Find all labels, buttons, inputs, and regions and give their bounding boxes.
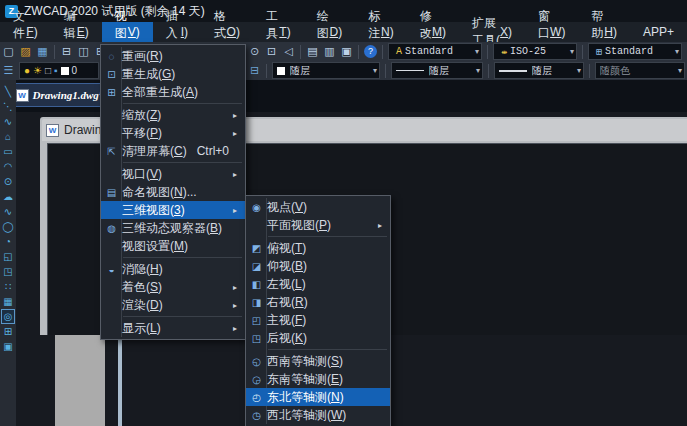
view-menu-item-viewports[interactable]: 视口(V)▸ xyxy=(101,165,245,183)
properties-panel-icon[interactable]: ▤ xyxy=(304,43,321,60)
3d-views-submenu-item-bottom-view[interactable]: ◪仰视(B) xyxy=(246,257,390,275)
menu-item-shortcut: Ctrl+0 xyxy=(197,144,229,158)
viewpoint-icon: ◉ xyxy=(246,202,267,213)
print-icon[interactable]: ⊟ xyxy=(58,43,75,60)
menu-item-label: 仰视(B) xyxy=(267,258,378,275)
view-menu-item-3d-views[interactable]: 三维视图(3)▸ xyxy=(101,201,245,219)
view-menu-item-redraw[interactable]: ◌重画(R) xyxy=(101,47,245,65)
view-menu-item-shade[interactable]: 着色(S)▸ xyxy=(101,278,245,296)
lineweight-value: 随层 xyxy=(532,64,572,78)
menubar-item-modify[interactable]: 修改(M) xyxy=(407,22,459,42)
revision-cloud-icon[interactable]: ☁ xyxy=(1,189,15,204)
view-menu-item-clean-screen[interactable]: ⇱清理屏幕(C)Ctrl+0 xyxy=(101,142,245,160)
document-tab-drawing1[interactable]: W Drawing1.dwg* xyxy=(11,83,114,107)
view-menu-item-render[interactable]: 渲染(D)▸ xyxy=(101,296,245,314)
document-tab-label: Drawing1.dwg* xyxy=(33,89,105,101)
menu-separator xyxy=(123,103,242,104)
print-preview-icon[interactable]: ◫ xyxy=(75,43,92,60)
circle-icon[interactable]: ⊙ xyxy=(1,174,15,189)
text-style-combo[interactable]: A Standard ▾ xyxy=(388,43,482,60)
construction-line-icon[interactable]: ⋱ xyxy=(1,99,15,114)
redraw-icon: ◌ xyxy=(101,51,122,62)
menubar-item-tools[interactable]: 工具(T) xyxy=(253,22,304,42)
3d-views-submenu-item-right-view[interactable]: ◨右视(R) xyxy=(246,293,390,311)
make-block-icon[interactable]: ◳ xyxy=(1,264,15,279)
3d-views-submenu-item-ne-isometric[interactable]: ◴东北等轴测(N) xyxy=(246,388,390,406)
menu-item-label: 三维动态观察器(B) xyxy=(122,220,233,237)
view-menu-item-display[interactable]: 显示(L)▸ xyxy=(101,319,245,337)
menu-item-label: 左视(L) xyxy=(267,276,378,293)
lineweight-sample xyxy=(499,70,527,72)
view-menu-item-hide[interactable]: ◒消隐(H) xyxy=(101,260,245,278)
layer-combo[interactable]: ● ☀ □ ▪ 0 xyxy=(19,62,99,79)
menubar-item-insert[interactable]: 插入(I) xyxy=(153,22,201,42)
front-view-icon: ◰ xyxy=(246,315,267,326)
image-icon[interactable]: ▣ xyxy=(1,339,15,354)
named-views-icon: ▤ xyxy=(101,187,122,198)
mdi-gray-region xyxy=(55,335,105,426)
menubar-item-dimension[interactable]: 标注(N) xyxy=(355,22,407,42)
save-icon[interactable]: ▦ xyxy=(34,43,51,60)
new-file-icon[interactable]: ▢ xyxy=(0,43,17,60)
spline-icon[interactable]: ∿ xyxy=(1,204,15,219)
zoom-realtime-icon[interactable]: ⊙ xyxy=(246,43,263,60)
layer-properties-icon[interactable]: ☰ xyxy=(0,62,17,79)
3d-views-submenu-item-viewpoint[interactable]: ◉视点(V) xyxy=(246,198,390,216)
3d-views-submenu-item-top-view[interactable]: ◩俯视(T) xyxy=(246,239,390,257)
layer-on-icon: ● xyxy=(24,65,30,76)
help-icon[interactable]: ? xyxy=(364,45,377,58)
linetype-combo[interactable]: 随层 ▾ xyxy=(391,62,483,79)
tool-palette-icon[interactable]: ▣ xyxy=(338,43,355,60)
insert-block-icon[interactable]: ◱ xyxy=(1,249,15,264)
menubar-item-edit[interactable]: 编辑(E) xyxy=(51,22,102,42)
polygon-icon[interactable]: ⌂ xyxy=(1,129,15,144)
layer-states-icon[interactable]: ⊟ xyxy=(246,62,263,79)
view-menu-item-zoom[interactable]: 缩放(Z)▸ xyxy=(101,106,245,124)
design-center-icon[interactable]: ▥ xyxy=(321,43,338,60)
line-icon[interactable]: ╲ xyxy=(1,84,15,99)
point-icon[interactable]: ∷ xyxy=(1,279,15,294)
menubar-item-window[interactable]: 窗口(W) xyxy=(525,22,578,42)
view-menu-item-view-settings[interactable]: 视图设置(M) xyxy=(101,237,245,255)
text-style-icon: A xyxy=(393,46,405,57)
canvas-edge-line xyxy=(118,335,122,426)
polyline-icon[interactable]: ∿ xyxy=(1,114,15,129)
menubar-item-file[interactable]: 文件(F) xyxy=(0,22,51,42)
menu-item-label: 视口(V) xyxy=(122,166,233,183)
menubar-item-app-plus[interactable]: APP+ xyxy=(630,22,687,42)
ellipse-icon[interactable]: ◯ xyxy=(1,219,15,234)
3d-views-submenu-item-front-view[interactable]: ◰主视(F) xyxy=(246,311,390,329)
menubar-item-format[interactable]: 格式(O) xyxy=(201,22,253,42)
3d-views-submenu-item-se-isometric[interactable]: ◶东南等轴测(E) xyxy=(246,370,390,388)
view-menu-item-pan[interactable]: 平移(P)▸ xyxy=(101,124,245,142)
chevron-down-icon: ▾ xyxy=(678,66,682,75)
view-menu-item-regen-all[interactable]: ⊞全部重生成(A) xyxy=(101,83,245,101)
view-menu-item-named-views[interactable]: ▤命名视图(N)... xyxy=(101,183,245,201)
layer-name: 0 xyxy=(72,65,78,76)
ellipse-arc-icon[interactable]: ◔ xyxy=(1,234,15,249)
table-icon[interactable]: ⊞ xyxy=(1,324,15,339)
menubar-item-express-tools[interactable]: 扩展工具(X) xyxy=(459,22,525,42)
region-icon[interactable]: ◎ xyxy=(1,309,15,324)
plotstyle-combo[interactable]: 随颜色 ▾ xyxy=(595,62,685,79)
dim-style-combo[interactable]: ⇹ ISO-25 ▾ xyxy=(493,43,577,60)
arc-icon[interactable]: ◠ xyxy=(1,159,15,174)
lineweight-combo[interactable]: 随层 ▾ xyxy=(494,62,584,79)
color-combo[interactable]: 随层 ▾ xyxy=(272,62,380,79)
open-icon[interactable]: ▨ xyxy=(17,43,34,60)
3d-views-submenu-item-back-view[interactable]: ◳后视(K) xyxy=(246,329,390,347)
menubar-item-draw[interactable]: 绘图(D) xyxy=(304,22,356,42)
zoom-window-icon[interactable]: ⊡ xyxy=(263,43,280,60)
zoom-previous-icon[interactable]: ◁ xyxy=(280,43,297,60)
menubar-item-help[interactable]: 帮助(H) xyxy=(578,22,630,42)
view-menu-item-regen[interactable]: ⊡重生成(G) xyxy=(101,65,245,83)
3d-views-submenu-item-nw-isometric[interactable]: ◷西北等轴测(W) xyxy=(246,406,390,424)
view-menu-item-3d-orbit[interactable]: ◍三维动态观察器(B) xyxy=(101,219,245,237)
3d-views-submenu-item-left-view[interactable]: ◧左视(L) xyxy=(246,275,390,293)
hatch-icon[interactable]: ▦ xyxy=(1,294,15,309)
3d-views-submenu-item-sw-isometric[interactable]: ◵西南等轴测(S) xyxy=(246,352,390,370)
table-style-combo[interactable]: ⊞ Standard ▾ xyxy=(588,43,682,60)
menubar-item-view[interactable]: 视图(V) xyxy=(102,22,153,42)
rectangle-icon[interactable]: ▭ xyxy=(1,144,15,159)
3d-views-submenu-item-plan-view[interactable]: 平面视图(P)▸ xyxy=(246,216,390,234)
